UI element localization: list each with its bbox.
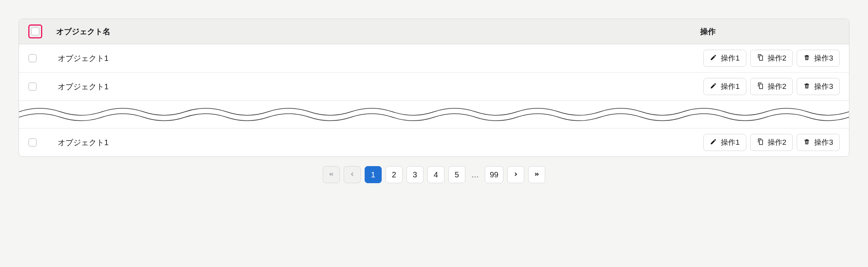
pagination: 1 2 3 4 5 … 99 (19, 166, 849, 183)
page-number-button[interactable]: 5 (448, 166, 465, 183)
column-header-actions: 操作 (700, 26, 840, 37)
action1-button[interactable]: 操作1 (703, 134, 746, 151)
object-table: オブジェクト名 操作 オブジェクト1 操作1 操作2 操作3 (19, 19, 849, 157)
table-row: オブジェクト1 操作1 操作2 操作3 (19, 44, 849, 73)
header-checkbox-cell (28, 24, 42, 38)
trash-icon (803, 82, 810, 91)
chevron-double-left-icon (328, 170, 334, 179)
copy-icon (757, 54, 764, 63)
row-checkbox-cell (28, 138, 44, 147)
select-all-checkbox[interactable] (31, 27, 40, 36)
row-checkbox-cell (28, 82, 44, 91)
page-number-button[interactable]: 3 (406, 166, 424, 183)
row-name: オブジェクト1 (58, 81, 689, 92)
rows-omitted-indicator (19, 101, 849, 128)
page-first-button[interactable] (323, 166, 340, 183)
copy-icon (757, 138, 764, 147)
action2-button[interactable]: 操作2 (750, 78, 793, 95)
row-name: オブジェクト1 (58, 53, 689, 64)
action3-label: 操作3 (814, 137, 833, 147)
action2-label: 操作2 (768, 53, 787, 63)
row-checkbox[interactable] (28, 82, 37, 91)
copy-icon (757, 82, 764, 91)
pencil-icon (710, 82, 717, 91)
page-last-button[interactable] (528, 166, 545, 183)
pencil-icon (710, 54, 717, 63)
column-header-name: オブジェクト名 (56, 26, 686, 37)
table-row: オブジェクト1 操作1 操作2 操作3 (19, 128, 849, 156)
action2-label: 操作2 (768, 81, 787, 92)
action3-button[interactable]: 操作3 (797, 78, 840, 95)
page-number-button[interactable]: 1 (365, 166, 382, 183)
action2-button[interactable]: 操作2 (750, 50, 793, 67)
action3-label: 操作3 (814, 81, 833, 92)
table-header-row: オブジェクト名 操作 (19, 19, 849, 44)
row-actions: 操作1 操作2 操作3 (703, 78, 840, 95)
row-checkbox[interactable] (28, 138, 37, 147)
chevron-right-icon (513, 170, 519, 179)
action1-label: 操作1 (721, 53, 740, 63)
action1-button[interactable]: 操作1 (703, 50, 746, 67)
row-name: オブジェクト1 (58, 137, 689, 148)
action1-label: 操作1 (721, 137, 740, 147)
chevron-double-right-icon (534, 170, 540, 179)
action3-button[interactable]: 操作3 (797, 50, 840, 67)
trash-icon (803, 54, 810, 63)
page-number-button[interactable]: 99 (485, 166, 503, 183)
row-checkbox-cell (28, 54, 44, 62)
trash-icon (803, 138, 810, 147)
select-all-highlight (28, 24, 42, 38)
row-actions: 操作1 操作2 操作3 (703, 134, 840, 151)
action1-label: 操作1 (721, 81, 740, 92)
row-actions: 操作1 操作2 操作3 (703, 50, 840, 67)
action1-button[interactable]: 操作1 (703, 78, 746, 95)
row-checkbox[interactable] (28, 54, 37, 62)
page-next-button[interactable] (507, 166, 524, 183)
page-number-button[interactable]: 4 (427, 166, 444, 183)
pencil-icon (710, 138, 717, 147)
page-number-button[interactable]: 2 (386, 166, 403, 183)
action2-button[interactable]: 操作2 (750, 134, 793, 151)
action2-label: 操作2 (768, 137, 787, 147)
action3-label: 操作3 (814, 53, 833, 63)
chevron-left-icon (349, 170, 355, 179)
page-prev-button[interactable] (344, 166, 361, 183)
table-row: オブジェクト1 操作1 操作2 操作3 (19, 73, 849, 101)
page-ellipsis: … (469, 170, 481, 179)
action3-button[interactable]: 操作3 (797, 134, 840, 151)
